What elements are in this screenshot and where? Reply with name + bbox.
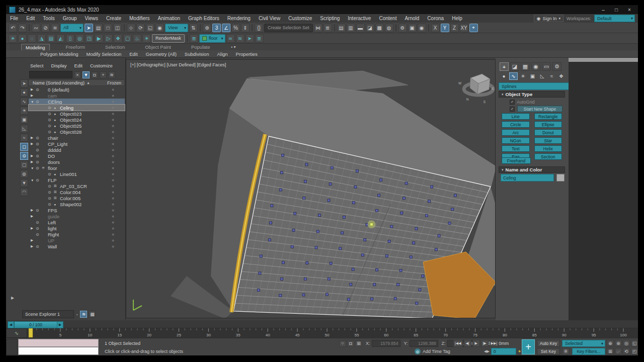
shape-button[interactable]: Helix [534, 145, 562, 152]
scene-object-marker[interactable] [279, 189, 282, 191]
visibility-eye-icon[interactable]: ⊙ [36, 154, 42, 158]
torus-icon[interactable]: ◎ [75, 34, 84, 43]
scene-explorer-row[interactable]: ⊙⊞AP_03_SCR∗ [29, 183, 125, 189]
play-solid-icon[interactable]: ▶ [95, 34, 103, 43]
frozen-toggle-icon[interactable]: ∗ [111, 202, 115, 207]
key-filters-button[interactable]: Key Filters... [572, 348, 605, 355]
window-crossing-icon[interactable]: ◫ [113, 24, 122, 32]
frozen-toggle-icon[interactable]: ∗ [111, 160, 115, 164]
teapot-icon[interactable]: ♨ [133, 34, 141, 43]
scene-object-marker[interactable] [431, 186, 433, 188]
maxscript-listener[interactable] [18, 339, 99, 347]
shape-button[interactable]: Donut [534, 129, 562, 136]
menu-item[interactable]: Group [59, 16, 81, 21]
named-selection-set-field[interactable]: Create Selection Set [264, 24, 313, 32]
compass-letter[interactable]: E [492, 87, 495, 90]
frozen-toggle-icon[interactable]: ∗ [111, 100, 115, 104]
visibility-eye-icon[interactable]: ⊙ [36, 160, 42, 164]
keyable-icon[interactable]: ※ [562, 348, 570, 355]
frozen-toggle-icon[interactable]: ∗ [111, 178, 115, 183]
visibility-eye-icon[interactable]: ⊙ [48, 202, 54, 207]
display-materials-icon[interactable]: ◍ [20, 170, 28, 178]
visibility-eye-icon[interactable]: ⊙ [36, 178, 42, 183]
frozen-toggle-icon[interactable]: ∗ [111, 238, 115, 243]
cameras-category-icon[interactable]: ▣ [528, 72, 537, 80]
scene-explorer-row[interactable]: ▶⊙light∗ [29, 225, 125, 231]
freehand-button[interactable]: Freehand [502, 157, 531, 164]
start-new-shape-checkbox[interactable]: ✓ [510, 107, 515, 112]
ribbon-minimize-icon[interactable]: ▪ ▾ [231, 45, 235, 49]
frozen-toggle-icon[interactable]: ∗ [111, 208, 115, 213]
expand-arrow-icon[interactable]: ▶ [31, 244, 36, 248]
snap-cross-icon[interactable]: ⊕ [203, 24, 211, 32]
scene-explorer-row[interactable]: ⊙●Shape002∗ [29, 201, 125, 207]
scene-explorer-row[interactable]: ▶⊙0 (default)∗ [29, 86, 125, 93]
menu-item[interactable]: Customize [284, 16, 316, 21]
node-type-icon[interactable]: ● [54, 130, 60, 134]
scene-explorer-row[interactable]: ▼⊙≋floor∗ [29, 165, 125, 171]
scene-object-marker[interactable] [410, 256, 412, 258]
scene-object-marker[interactable] [403, 197, 406, 200]
named-selection-sets-icon[interactable]: {} [255, 24, 263, 32]
selection-set-dropdown[interactable]: Selected [562, 340, 605, 347]
scene-object-marker[interactable] [354, 186, 357, 188]
scene-object-marker[interactable] [341, 232, 344, 234]
scene-explorer-row[interactable]: ⊙●Object024∗ [29, 117, 125, 123]
node-type-icon[interactable]: ● [54, 106, 60, 110]
scene-object-marker[interactable] [271, 205, 273, 207]
systems-category-icon[interactable]: ❖ [557, 72, 566, 80]
timeline[interactable]: ∿ 51015202530354045505560657075808590951… [6, 328, 638, 338]
timeline-ruler[interactable]: 5101520253035404550556065707580859095100 [28, 328, 630, 338]
align-icon[interactable]: ≣ [324, 24, 332, 32]
menu-item[interactable]: Edit [22, 16, 39, 21]
visibility-eye-icon[interactable]: ⊙ [36, 220, 42, 225]
scene-object-marker[interactable] [416, 302, 418, 305]
expand-arrow-icon[interactable]: ▶ [31, 94, 36, 98]
toolbar-icon[interactable] [334, 24, 335, 32]
scene-object-marker[interactable] [279, 294, 282, 297]
unlink-selection-icon[interactable]: ⊘ [41, 24, 50, 32]
frozen-toggle-icon[interactable]: ∗ [111, 154, 115, 158]
ribbon-tab-populate[interactable]: Populate [187, 44, 214, 50]
selection-filter-dropdown[interactable]: All [60, 24, 84, 32]
select-object-icon[interactable]: ➤ [85, 24, 93, 32]
scene-object-marker[interactable] [294, 212, 296, 215]
object-name-field[interactable]: Celing [501, 174, 554, 182]
maxscript-input[interactable] [18, 347, 99, 355]
mirror-icon[interactable]: ⋈ [314, 24, 323, 32]
scene-object-marker[interactable] [400, 212, 403, 214]
geometry-category-icon[interactable]: ● [500, 72, 508, 80]
select-layer-icon[interactable]: ➤ [246, 34, 254, 43]
bind-to-spacewarp-icon[interactable]: ≋ [51, 24, 59, 32]
ribbon-panel[interactable]: Align [217, 51, 227, 57]
node-type-icon[interactable]: ● [54, 112, 60, 116]
ribbon-panel[interactable]: Geometry (All) [146, 51, 177, 57]
ribbon-tab-modeling[interactable]: Modeling [21, 44, 50, 50]
visibility-eye-icon[interactable]: ⊙ [36, 100, 42, 104]
redo-icon[interactable]: ↷ [18, 24, 27, 32]
frozen-toggle-icon[interactable]: ∗ [111, 142, 115, 146]
panel-expand-icon[interactable]: ▶ [11, 296, 14, 300]
scene-object-marker[interactable] [425, 214, 428, 217]
scene-object-marker[interactable] [378, 194, 380, 197]
trackbar-range[interactable]: 0 / 100 [14, 321, 57, 328]
expand-arrow-icon[interactable]: ▶ [31, 142, 36, 146]
expand-arrow-icon[interactable]: ▶ [31, 238, 36, 242]
frozen-toggle-icon[interactable]: ∗ [111, 148, 115, 152]
scene-object-marker[interactable] [364, 239, 366, 241]
scene-object-marker[interactable] [328, 278, 330, 280]
scene-explorer-row[interactable]: ▶⊙chair∗ [29, 135, 125, 141]
node-type-icon[interactable]: ● [54, 118, 60, 122]
scene-object-marker[interactable] [291, 245, 293, 248]
hierarchy-tab-icon[interactable]: ▦ [521, 62, 530, 71]
expand-arrow-icon[interactable]: ▼ [31, 166, 36, 170]
auto-key-button[interactable]: Auto Key [537, 340, 560, 347]
scene-object-marker[interactable] [270, 222, 272, 224]
frozen-toggle-icon[interactable]: ∗ [111, 190, 115, 195]
menu-item[interactable]: Interactive [344, 16, 375, 21]
render-production-icon[interactable]: ◉ [418, 24, 426, 32]
frozen-toggle-icon[interactable]: ∗ [111, 87, 115, 92]
frozen-toggle-icon[interactable]: ∗ [111, 184, 115, 189]
scene-object-marker[interactable] [281, 154, 284, 156]
toolbar-icon[interactable] [200, 24, 201, 32]
